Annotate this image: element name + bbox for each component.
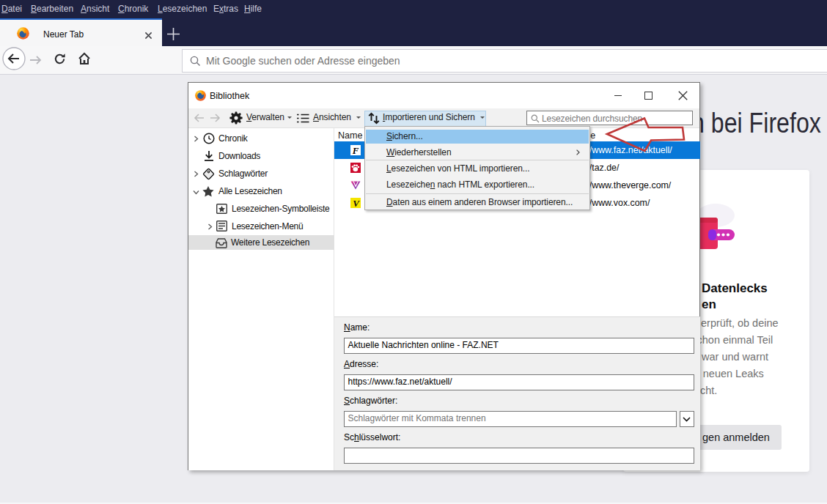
svg-text:F: F [352, 145, 359, 155]
svg-text:V: V [353, 198, 360, 208]
